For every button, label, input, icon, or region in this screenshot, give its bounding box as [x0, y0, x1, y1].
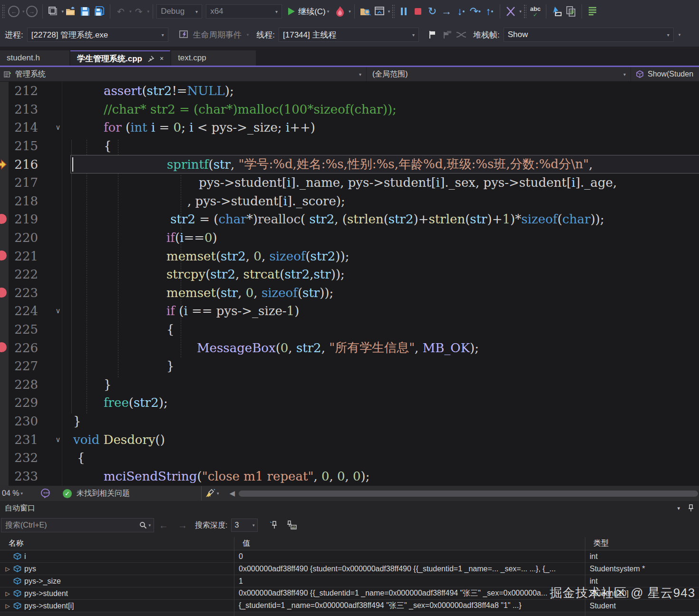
scroll-left-icon[interactable]: ◀	[230, 489, 235, 498]
fold-collapse-icon[interactable]: ∨	[46, 435, 70, 444]
thread-dropdown[interactable]: [17344] 主线程▾	[279, 28, 419, 42]
pin-values-icon[interactable]	[269, 520, 278, 530]
code-line-219[interactable]: 219 str2 = (char*)realloc( str2, (strlen…	[0, 210, 699, 229]
undo-button[interactable]: ↶	[114, 3, 128, 19]
continue-button[interactable]: 继续(C)	[288, 3, 326, 19]
text-visualizer-button[interactable]: abc ✓	[528, 3, 543, 19]
code-line-221[interactable]: 221memset(str2, 0, sizeof(str2));	[0, 247, 699, 265]
expand-icon[interactable]: ▷	[4, 566, 11, 572]
navigate-back-button[interactable]: ←	[7, 3, 21, 19]
type-scope-dropdown[interactable]: (全局范围) ▾	[366, 67, 631, 81]
code-line-223[interactable]: 223memset(str, 0, sizeof(str));	[0, 284, 699, 302]
search-input[interactable]: 搜索(Ctrl+E) ▾	[1, 518, 154, 532]
code-line-228[interactable]: 228}	[0, 375, 699, 394]
column-header-type[interactable]: 类型	[585, 539, 699, 549]
code-line-222[interactable]: 222strcpy(str2, strcat(str2,str));	[0, 265, 699, 284]
code-line-227[interactable]: 227}	[0, 357, 699, 375]
toolbar-grip[interactable]	[392, 4, 395, 19]
show-next-statement-button[interactable]: →	[439, 3, 454, 19]
code-line-230[interactable]: 230}	[0, 412, 699, 431]
lifecycle-events-button[interactable]	[177, 27, 191, 43]
code-line-217[interactable]: 217pys->student[i]._name, pys->student[i…	[0, 173, 699, 192]
open-file-button[interactable]	[64, 3, 78, 19]
expand-icon[interactable]: ▷	[4, 603, 11, 609]
process-dropdown[interactable]: [22728] 管理系统.exe▾	[27, 28, 168, 42]
pin-icon[interactable]	[148, 56, 154, 62]
chevron-down-icon[interactable]: ▾	[217, 491, 219, 496]
solution-configuration-dropdown[interactable]: Debug▾	[156, 4, 202, 19]
column-header-value[interactable]: 值	[234, 539, 585, 549]
code-line-229[interactable]: 229free(str2);	[0, 394, 699, 412]
hot-reload-button[interactable]	[333, 3, 347, 19]
code-line-212[interactable]: 212assert(str2!=NULL);	[0, 82, 699, 100]
browse-window-button[interactable]	[372, 3, 387, 19]
toggle-threading-button[interactable]	[454, 27, 468, 43]
code-line-214[interactable]: 214∨for (int i = 0; i < pys->_size; i++)	[0, 118, 699, 137]
redo-button[interactable]: ↷	[132, 3, 146, 19]
window-menu-chevron-icon[interactable]: ▾	[677, 505, 680, 511]
toolbar-grip[interactable]	[524, 4, 526, 19]
column-divider[interactable]	[234, 537, 234, 616]
horizontal-scrollbar-thumb[interactable]	[239, 491, 698, 497]
hot-reload-dropdown-icon[interactable]: ▾	[349, 9, 351, 14]
expand-icon[interactable]: ▷	[4, 590, 11, 597]
save-all-button[interactable]	[92, 3, 107, 19]
flag-threads-button[interactable]	[426, 27, 440, 43]
code-line-215[interactable]: 215{	[0, 137, 699, 155]
pin-members-icon[interactable]: ab	[285, 520, 297, 530]
toolbar-overflow-icon[interactable]: ▾	[679, 32, 681, 37]
autos-title-bar[interactable]: 自动窗口 ▾	[0, 501, 699, 515]
tab-student-h[interactable]: student.h	[0, 50, 69, 66]
column-divider[interactable]	[585, 537, 585, 616]
code-line-231[interactable]: 231∨void Desdory()	[0, 430, 699, 449]
pause-button[interactable]	[397, 3, 411, 19]
tab-student-management-cpp[interactable]: 学生管理系统.cpp ×	[70, 50, 170, 66]
watch-row[interactable]: i0int	[0, 550, 699, 563]
tab-text-cpp[interactable]: text.cpp	[171, 50, 256, 66]
step-over-button[interactable]: ↷•	[468, 3, 482, 19]
code-line-233[interactable]: 233mciSendString("close m1 repeat", 0, 0…	[0, 467, 699, 485]
code-line-218[interactable]: 218, pys->student[i]._score);	[0, 192, 699, 211]
list-members-button[interactable]	[585, 3, 600, 19]
code-line-226[interactable]: 226MessageBox(0, str2, "所有学生信息", MB_OK);	[0, 338, 699, 357]
toolbar-grip[interactable]	[2, 4, 5, 19]
watch-row[interactable]: ▷pys->student[i]{_studentid=1 _name=0x00…	[0, 600, 699, 612]
new-window-button[interactable]	[46, 3, 60, 19]
code-line-225[interactable]: 225{	[0, 320, 699, 339]
parallel-stacks-button[interactable]	[504, 3, 518, 19]
code-line-216[interactable]: 216sprintf(str, "学号:%d,姓名:%s,性别:%s,年龄%d,…	[0, 155, 699, 173]
chevron-down-icon[interactable]: ▾	[148, 523, 151, 528]
toolbar-overflow-icon[interactable]: ▾	[519, 9, 522, 14]
code-line-213[interactable]: 213//char* str2 = (char*)malloc(100*size…	[0, 100, 699, 119]
copy-structure-button[interactable]	[564, 3, 578, 19]
code-line-224[interactable]: 224∨if (i == pys->_size-1)	[0, 302, 699, 320]
close-icon[interactable]: ×	[160, 55, 164, 62]
lifecycle-dropdown-icon[interactable]: ▾	[247, 32, 249, 37]
search-back-icon[interactable]: ←	[159, 520, 168, 531]
code-editor[interactable]: 212assert(str2!=NULL);213//char* str2 = …	[0, 82, 699, 486]
fold-collapse-icon[interactable]: ∨	[46, 307, 70, 315]
column-header-name[interactable]: 名称	[0, 539, 234, 549]
toolbar-overflow-icon[interactable]: ▾	[388, 9, 390, 14]
project-scope-dropdown[interactable]: 管理系统 ▾	[0, 67, 366, 81]
continue-dropdown-icon[interactable]: ▾	[327, 9, 330, 14]
intellicode-icon[interactable]	[41, 489, 50, 498]
step-out-button[interactable]: ↑•	[482, 3, 496, 19]
restart-button[interactable]: ↻	[425, 3, 439, 19]
search-forward-icon[interactable]: →	[178, 520, 187, 531]
select-element-button[interactable]	[550, 3, 564, 19]
fold-collapse-icon[interactable]: ∨	[46, 123, 70, 132]
solution-platform-dropdown[interactable]: x64▾	[206, 4, 282, 19]
save-button[interactable]	[78, 3, 92, 19]
watch-row[interactable]: ▷pys0x000000adf38ff490 {student=0x000000…	[0, 563, 699, 575]
navigate-forward-button[interactable]: →	[25, 3, 39, 19]
pin-icon[interactable]	[688, 504, 694, 512]
search-icon[interactable]	[139, 521, 147, 529]
search-depth-dropdown[interactable]: 3▾	[231, 519, 258, 532]
redo-dropdown-icon[interactable]: ▾	[147, 9, 150, 14]
show-flagged-only-button[interactable]	[440, 27, 454, 43]
code-line-232[interactable]: 232{	[0, 449, 699, 467]
stop-button[interactable]	[411, 3, 425, 19]
zoom-level-dropdown[interactable]: 04 % ▾	[0, 489, 38, 498]
stackframe-dropdown[interactable]: Show▾	[504, 28, 674, 42]
